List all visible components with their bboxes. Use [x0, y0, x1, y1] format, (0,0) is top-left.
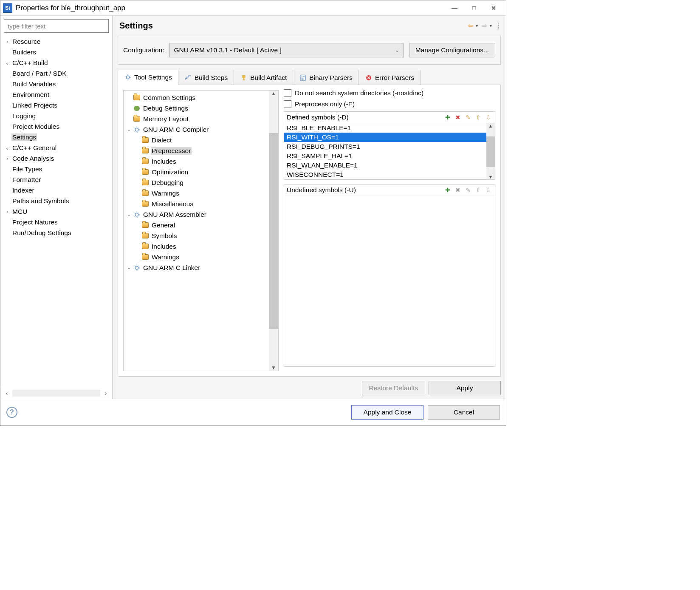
nav-item[interactable]: Logging	[0, 111, 112, 121]
tool-tree-item[interactable]: Includes	[124, 241, 269, 252]
maximize-button[interactable]: □	[464, 2, 484, 14]
nav-item-label: Build Variables	[11, 80, 56, 88]
nav-item[interactable]: Board / Part / SDK	[0, 68, 112, 79]
configuration-dropdown[interactable]: GNU ARM v10.3.1 - Default [ Active ] ⌄	[169, 43, 404, 57]
scroll-up-icon[interactable]: ▲	[488, 123, 493, 128]
tool-tree-item[interactable]: Miscellaneous	[124, 199, 269, 209]
edit-icon[interactable]: ✎	[464, 113, 472, 121]
defined-symbol-item[interactable]: WISECONNECT=1	[284, 170, 486, 179]
nav-item[interactable]: Builders	[0, 47, 112, 57]
restore-defaults-button[interactable]: Restore Defaults	[362, 381, 425, 395]
forward-dropdown-icon[interactable]: ▼	[489, 24, 493, 28]
tool-tree-item[interactable]: Debug Settings	[124, 103, 269, 113]
scroll-track[interactable]	[12, 390, 100, 397]
close-button[interactable]: ✕	[484, 2, 503, 14]
apply-and-close-button[interactable]: Apply and Close	[351, 405, 423, 420]
edit-icon[interactable]: ✎	[464, 186, 472, 194]
tool-tree-label: Miscellaneous	[151, 200, 194, 208]
scroll-left-icon[interactable]: ‹	[2, 390, 11, 397]
nav-item[interactable]: Project Natures	[0, 217, 112, 227]
settings-tabs: Tool SettingsBuild StepsBuild Artifact01…	[118, 70, 501, 85]
back-arrow-icon[interactable]: ⇦	[466, 22, 474, 30]
tab[interactable]: Build Steps	[178, 70, 234, 85]
nav-item[interactable]: ›MCU	[0, 206, 112, 217]
tab[interactable]: Tool Settings	[118, 70, 178, 85]
tool-tree-item[interactable]: Optimization	[124, 167, 269, 177]
filter-input[interactable]: type filter text	[4, 19, 109, 33]
manage-configurations-button[interactable]: Manage Configurations...	[409, 43, 495, 57]
tool-tree-item[interactable]: Preprocessor	[124, 145, 269, 156]
tool-tree-item[interactable]: Dialect	[124, 135, 269, 145]
defined-symbol-item[interactable]: RSI_SAMPLE_HAL=1	[284, 151, 486, 161]
tool-tree-item[interactable]: Debugging	[124, 177, 269, 188]
nav-item[interactable]: Project Modules	[0, 121, 112, 132]
defined-symbol-item[interactable]: RSI_DEBUG_PRINTS=1	[284, 142, 486, 151]
tool-tree-item[interactable]: Memory Layout	[124, 113, 269, 124]
move-down-icon[interactable]: ⇩	[485, 186, 492, 194]
defined-symbol-item[interactable]: RSI_WITH_OS=1	[284, 133, 486, 142]
move-up-icon[interactable]: ⇧	[474, 186, 482, 194]
tool-tree-label: Warnings	[151, 190, 180, 197]
nav-item[interactable]: ›Code Analysis	[0, 153, 112, 164]
scroll-thumb[interactable]	[486, 136, 495, 167]
nav-item[interactable]: ›Resource	[0, 36, 112, 47]
tool-tree-item[interactable]: ⌄GNU ARM C Linker	[124, 262, 269, 273]
cancel-button[interactable]: Cancel	[428, 405, 500, 420]
scroll-down-icon[interactable]: ▼	[271, 365, 276, 371]
defined-symbols-list[interactable]: RSI_BLE_ENABLE=1RSI_WITH_OS=1RSI_DEBUG_P…	[284, 123, 486, 179]
back-dropdown-icon[interactable]: ▼	[475, 24, 479, 28]
scroll-thumb[interactable]	[269, 133, 278, 329]
tool-tree-item[interactable]: Warnings	[124, 252, 269, 262]
delete-icon[interactable]: ✖	[454, 113, 462, 121]
tool-tree-item[interactable]: Warnings	[124, 188, 269, 199]
tool-tree-item[interactable]: Includes	[124, 156, 269, 167]
scroll-up-icon[interactable]: ▲	[271, 91, 276, 96]
nav-item[interactable]: Run/Debug Settings	[0, 227, 112, 238]
defined-symbol-item[interactable]: RSI_BLE_ENABLE=1	[284, 123, 486, 133]
trophy-icon	[240, 74, 248, 82]
nav-item[interactable]: Paths and Symbols	[0, 196, 112, 206]
nav-item[interactable]: Linked Projects	[0, 100, 112, 111]
minimize-button[interactable]: —	[445, 2, 464, 14]
tool-tree-item[interactable]: ⌄GNU ARM Assembler	[124, 209, 269, 220]
view-menu-icon[interactable]	[498, 23, 499, 28]
nav-item[interactable]: ⌄C/C++ Build	[0, 57, 112, 68]
nav-item[interactable]: Formatter	[0, 174, 112, 185]
tab[interactable]: 010101Binary Parsers	[293, 70, 359, 85]
nav-item[interactable]: ⌄C/C++ General	[0, 142, 112, 153]
defined-symbol-item[interactable]: RSI_WLAN_ENABLE=1	[284, 161, 486, 170]
undefined-symbols-list[interactable]	[284, 196, 495, 366]
tool-tree-item[interactable]: General	[124, 220, 269, 230]
tool-tree-scrollbar[interactable]: ▲ ▼	[269, 91, 278, 371]
tool-tree-item[interactable]: Common Settings	[124, 92, 269, 103]
move-up-icon[interactable]: ⇧	[474, 113, 482, 121]
nav-item[interactable]: Build Variables	[0, 79, 112, 89]
tool-tree[interactable]: Common SettingsDebug SettingsMemory Layo…	[124, 91, 269, 371]
apply-button[interactable]: Apply	[429, 381, 501, 395]
move-down-icon[interactable]: ⇩	[485, 113, 492, 121]
scroll-down-icon[interactable]: ▼	[488, 174, 493, 179]
nav-item-label: Project Natures	[11, 218, 59, 226]
nav-item-label: Logging	[11, 112, 37, 120]
nav-item[interactable]: Indexer	[0, 185, 112, 196]
preprocess-only-checkbox[interactable]	[284, 100, 291, 108]
category-tree[interactable]: ›ResourceBuilders⌄C/C++ BuildBoard / Par…	[0, 36, 112, 387]
add-icon[interactable]: ✚	[444, 186, 452, 194]
tab[interactable]: Build Artifact	[234, 70, 293, 85]
forward-arrow-icon[interactable]: ⇨	[480, 22, 488, 30]
tool-tree-item[interactable]: Symbols	[124, 230, 269, 241]
nav-item[interactable]: File Types	[0, 164, 112, 174]
bug-icon	[133, 105, 141, 112]
scroll-right-icon[interactable]: ›	[101, 390, 110, 397]
defined-list-scrollbar[interactable]: ▲ ▼	[486, 123, 495, 179]
add-icon[interactable]: ✚	[444, 113, 452, 121]
nav-item[interactable]: Environment	[0, 89, 112, 100]
nostdinc-checkbox[interactable]	[284, 89, 291, 97]
tool-tree-item[interactable]: ⌄GNU ARM C Compiler	[124, 124, 269, 135]
tab[interactable]: Error Parsers	[358, 70, 421, 85]
sidebar-hscrollbar[interactable]: ‹ ›	[0, 387, 112, 399]
delete-icon[interactable]: ✖	[454, 186, 462, 194]
nav-item[interactable]: Settings	[0, 132, 112, 142]
help-icon[interactable]: ?	[6, 407, 17, 418]
tab-label: Build Artifact	[250, 74, 287, 82]
